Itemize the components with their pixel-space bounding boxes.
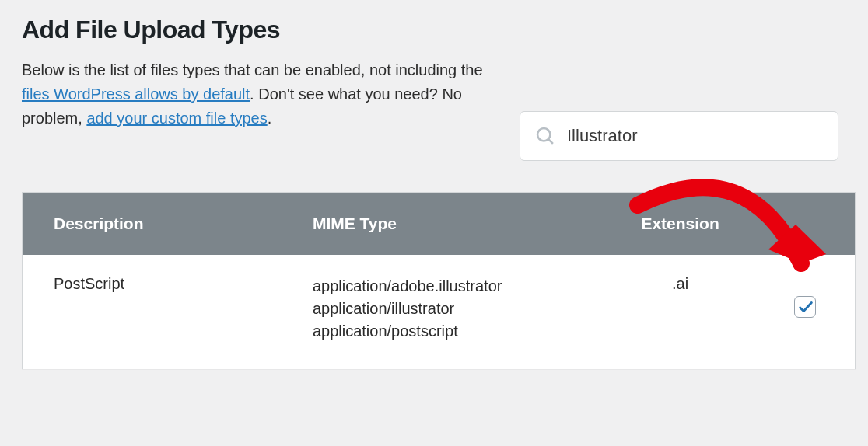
th-checkbox — [755, 193, 856, 256]
search-icon — [534, 125, 556, 147]
search-box[interactable] — [520, 111, 838, 161]
cell-description: PostScript — [23, 255, 297, 370]
mime-line: application/illustrator — [313, 298, 590, 320]
table-header-row: Description MIME Type Extension — [23, 193, 856, 256]
intro-text: Below is the list of files types that ca… — [22, 58, 488, 131]
th-extension: Extension — [605, 193, 755, 256]
link-add-custom-types[interactable]: add your custom file types — [86, 110, 267, 127]
file-types-table: Description MIME Type Extension PostScri… — [22, 192, 856, 370]
page-title: Add File Upload Types — [22, 16, 856, 44]
mime-line: application/postscript — [313, 320, 590, 343]
th-description: Description — [23, 193, 297, 256]
search-input[interactable] — [567, 126, 824, 146]
svg-line-1 — [548, 139, 553, 144]
cell-mime: application/adobe.illustrator applicatio… — [297, 255, 605, 370]
intro-part1: Below is the list of files types that ca… — [22, 61, 483, 78]
svg-point-0 — [537, 128, 550, 141]
th-mime: MIME Type — [297, 193, 605, 256]
mime-line: application/adobe.illustrator — [313, 275, 590, 298]
intro-part3: . — [268, 110, 272, 127]
row-enable-checkbox[interactable] — [794, 296, 816, 318]
link-default-files[interactable]: files WordPress allows by default — [22, 85, 250, 103]
table-row: PostScript application/adobe.illustrator… — [23, 255, 856, 370]
cell-extension: .ai — [605, 255, 755, 370]
